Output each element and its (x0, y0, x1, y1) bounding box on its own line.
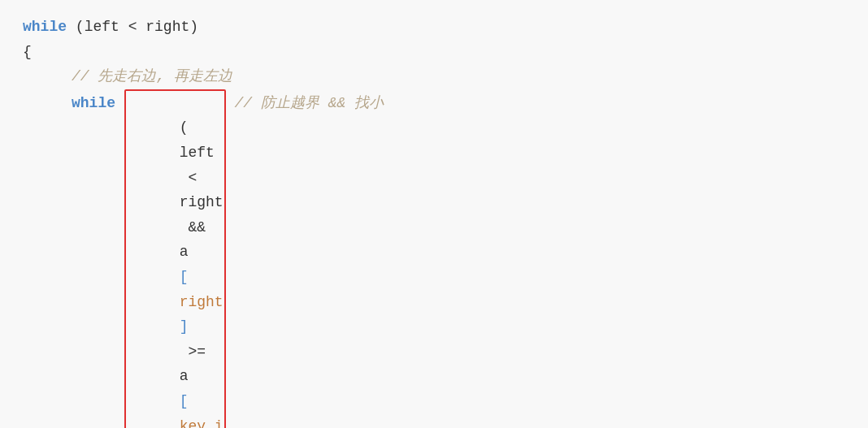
op-lt-1: < (119, 15, 145, 40)
var-left-1: left (85, 15, 119, 40)
keyword-while-1: while (23, 15, 67, 40)
paren-open-1: ( (67, 15, 85, 40)
line-1: while ( left < right ) (23, 15, 845, 40)
condition-box-1: ( left < right && a [ right ] >= a [ key… (124, 89, 226, 428)
comment-space-1 (226, 91, 235, 116)
paren-close-1: ) (189, 15, 198, 40)
cond-right: right (180, 194, 224, 210)
code-editor: while ( left < right ) { // 先走右边, 再走左边 w… (0, 0, 868, 428)
paren-open-2: ( (180, 119, 189, 136)
cond-left: left (180, 145, 215, 161)
paren-space-2 (115, 91, 124, 116)
op-and-1: && (180, 219, 215, 236)
var-a-2: a (180, 368, 189, 384)
var-a-1: a (180, 244, 189, 260)
line-3: // 先走右边, 再走左边 (23, 64, 845, 89)
comment-1: // 先走右边, 再走左边 (72, 64, 232, 89)
op-lt-2: < (180, 170, 206, 186)
op-gte: >= (180, 344, 215, 360)
keyword-while-2: while (72, 91, 115, 116)
bracket-open-2: [ (180, 393, 189, 409)
brace-open-outer: { (23, 40, 32, 65)
bracket-open-1: [ (180, 269, 189, 285)
var-right-1: right (145, 15, 189, 40)
subscript-keyi-1: key_i (180, 418, 224, 429)
line-4: while ( left < right && a [ right ] >= a… (23, 89, 845, 428)
subscript-right: right (180, 294, 224, 310)
bracket-close-1: ] (180, 318, 189, 335)
line-2: { (23, 40, 845, 65)
comment-2: // 防止越界 && 找小 (234, 91, 384, 116)
